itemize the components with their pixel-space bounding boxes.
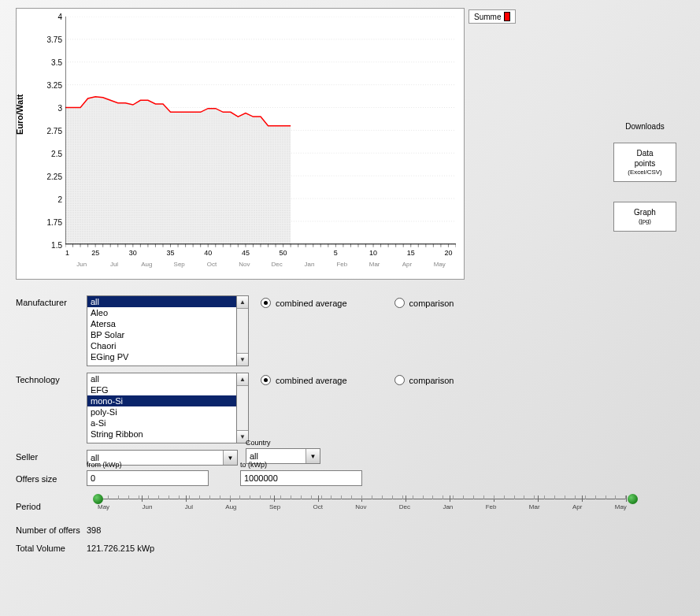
svg-text:50: 50 bbox=[280, 249, 287, 257]
period-label: Period bbox=[16, 499, 87, 511]
technology-combined-radio[interactable]: combined average bbox=[261, 375, 347, 385]
manufacturer-scrollbar[interactable]: ▲ ▼ bbox=[236, 295, 249, 366]
y-axis-label: Euro/Watt bbox=[15, 94, 24, 135]
manufacturer-label: Manufacturer bbox=[16, 295, 87, 307]
from-label: from (kWp) bbox=[87, 461, 209, 469]
svg-text:Mar: Mar bbox=[369, 261, 380, 268]
svg-text:25: 25 bbox=[91, 249, 99, 257]
list-item[interactable]: EFG bbox=[87, 384, 236, 395]
svg-text:5: 5 bbox=[334, 249, 338, 257]
list-item[interactable]: EGing PV bbox=[87, 351, 236, 362]
country-label: Country bbox=[246, 439, 320, 447]
svg-text:Sep: Sep bbox=[174, 261, 186, 268]
chart-legend: Summe bbox=[469, 9, 516, 24]
slider-handle-left[interactable] bbox=[93, 494, 103, 504]
total-volume-value: 121.726.215 kWp bbox=[87, 544, 154, 554]
scroll-up-icon[interactable]: ▲ bbox=[237, 373, 248, 386]
svg-text:Nov: Nov bbox=[239, 261, 250, 268]
slider-handle-right[interactable] bbox=[628, 494, 638, 504]
svg-text:Apr: Apr bbox=[402, 261, 413, 268]
chart-plot: 212530354045505101520JunJulAugSepOctNovD… bbox=[65, 17, 456, 280]
download-jpg-button[interactable]: Graph (jpg) bbox=[613, 202, 676, 231]
technology-comparison-radio[interactable]: comparison bbox=[394, 375, 454, 385]
manufacturer-listbox[interactable]: allAleoAtersaBP SolarChaoriEGing PV bbox=[87, 295, 236, 366]
radio-on-icon bbox=[261, 375, 271, 385]
svg-text:Jul: Jul bbox=[110, 261, 118, 268]
list-item[interactable]: all bbox=[87, 296, 236, 307]
svg-text:15: 15 bbox=[407, 249, 415, 257]
radio-on-icon bbox=[261, 298, 271, 308]
svg-text:35: 35 bbox=[167, 249, 175, 257]
svg-text:Aug: Aug bbox=[141, 261, 152, 268]
technology-label: Technology bbox=[16, 373, 87, 384]
legend-label: Summe bbox=[474, 13, 501, 21]
period-slider[interactable]: MayJunJulAugSepOctNovDecJanFebMarAprMay bbox=[87, 494, 638, 518]
list-item[interactable]: Atersa bbox=[87, 318, 236, 329]
technology-listbox[interactable]: allEFGmono-Sipoly-Sia-SiString Ribbon bbox=[87, 373, 236, 443]
list-item[interactable]: a-Si bbox=[87, 417, 236, 429]
from-input[interactable] bbox=[87, 470, 209, 486]
svg-text:40: 40 bbox=[204, 249, 212, 257]
list-item[interactable]: Aleo bbox=[87, 307, 236, 318]
list-item[interactable]: mono-Si bbox=[87, 395, 236, 406]
downloads-heading: Downloads bbox=[613, 122, 676, 131]
num-offers-value: 398 bbox=[87, 525, 101, 536]
to-input[interactable] bbox=[240, 470, 362, 486]
download-csv-button[interactable]: Data points (Excel/CSV) bbox=[613, 143, 676, 182]
list-item[interactable]: String Ribbon bbox=[87, 429, 236, 440]
scroll-down-icon[interactable]: ▼ bbox=[237, 353, 248, 366]
list-item[interactable]: poly-Si bbox=[87, 406, 236, 417]
svg-text:Feb: Feb bbox=[336, 261, 347, 268]
manufacturer-comparison-radio[interactable]: comparison bbox=[394, 298, 454, 308]
svg-text:May: May bbox=[434, 261, 446, 268]
total-volume-label: Total Volume bbox=[16, 544, 87, 554]
legend-swatch-icon bbox=[504, 12, 510, 21]
radio-off-icon bbox=[394, 298, 405, 308]
svg-text:45: 45 bbox=[242, 249, 250, 257]
svg-text:30: 30 bbox=[129, 249, 137, 257]
svg-text:Oct: Oct bbox=[207, 261, 217, 268]
num-offers-label: Number of offers bbox=[16, 525, 87, 536]
radio-off-icon bbox=[394, 375, 405, 385]
svg-text:Jan: Jan bbox=[305, 261, 315, 268]
seller-label: Seller bbox=[16, 450, 87, 462]
to-label: to (kWp) bbox=[240, 461, 362, 469]
list-item[interactable]: Chaori bbox=[87, 340, 236, 351]
svg-text:Jun: Jun bbox=[76, 261, 87, 268]
downloads-panel: Downloads Data points (Excel/CSV) Graph … bbox=[613, 122, 676, 251]
list-item[interactable]: all bbox=[87, 373, 236, 384]
svg-text:20: 20 bbox=[444, 249, 452, 257]
chevron-down-icon: ▼ bbox=[223, 451, 237, 465]
svg-text:Dec: Dec bbox=[272, 261, 283, 268]
svg-text:10: 10 bbox=[369, 249, 377, 257]
offers-size-label: Offers size bbox=[16, 472, 87, 484]
list-item[interactable]: BP Solar bbox=[87, 329, 236, 340]
price-chart: Euro/Watt 1.51.7522.252.52.7533.253.53.7… bbox=[16, 8, 465, 280]
scroll-up-icon[interactable]: ▲ bbox=[237, 296, 248, 309]
technology-scrollbar[interactable]: ▲ ▼ bbox=[236, 373, 249, 443]
manufacturer-combined-radio[interactable]: combined average bbox=[261, 298, 347, 308]
svg-text:21: 21 bbox=[65, 249, 69, 257]
